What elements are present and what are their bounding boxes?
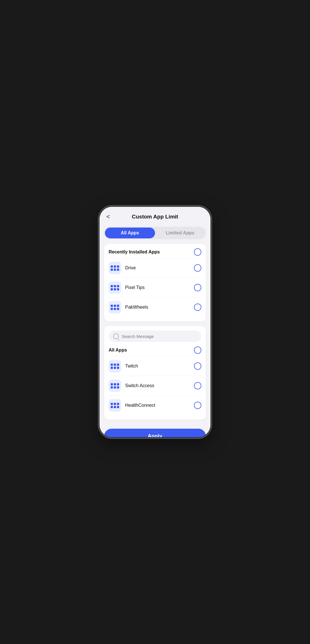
search-input[interactable]	[122, 334, 197, 339]
all-apps-title: All Apps	[109, 348, 127, 353]
apply-button[interactable]: Apply	[104, 429, 206, 437]
pixel-tips-app-icon	[109, 281, 121, 294]
page-title: Custom App Limit	[132, 214, 178, 220]
list-item: Switch Access	[109, 376, 201, 395]
pakwheels-app-icon	[109, 301, 121, 313]
all-apps-radio[interactable]	[194, 346, 201, 354]
search-bar	[109, 331, 201, 342]
app-name-pakwheels: PakWheels	[125, 305, 194, 310]
drive-radio[interactable]	[194, 264, 201, 272]
switch-access-app-icon	[109, 379, 121, 392]
header: < Custom App Limit	[100, 207, 210, 224]
twitch-radio[interactable]	[194, 362, 201, 370]
phone-screen: < Custom App Limit All Apps Limited Apps…	[100, 207, 210, 437]
dots-grid-icon	[111, 383, 119, 389]
dots-grid-icon	[111, 403, 119, 408]
app-name-drive: Drive	[125, 265, 194, 271]
dots-grid-icon	[111, 364, 119, 369]
app-name-pixel-tips: Pixel Tips	[125, 285, 194, 290]
dots-grid-icon	[111, 265, 119, 271]
recently-installed-radio[interactable]	[194, 248, 201, 256]
recently-installed-header: Recently Installed Apps	[109, 248, 201, 256]
list-item: Drive	[109, 258, 201, 278]
twitch-app-icon	[109, 360, 121, 372]
tab-switcher: All Apps Limited Apps	[104, 227, 206, 239]
tab-all-apps[interactable]: All Apps	[105, 228, 155, 238]
all-apps-header: All Apps	[109, 346, 201, 354]
search-icon	[113, 333, 119, 339]
dots-grid-icon	[111, 285, 119, 290]
app-name-twitch: Twitch	[125, 364, 194, 369]
pakwheels-radio[interactable]	[194, 304, 201, 311]
app-name-healthconnect: HealthConnect	[125, 403, 194, 408]
app-name-switch-access: Switch Access	[125, 383, 194, 388]
switch-access-radio[interactable]	[194, 382, 201, 389]
healthconnect-radio[interactable]	[194, 402, 201, 409]
tab-limited-apps[interactable]: Limited Apps	[155, 228, 205, 238]
recently-installed-title: Recently Installed Apps	[109, 249, 160, 255]
all-apps-section: All Apps Twitch	[104, 326, 206, 420]
phone-frame: < Custom App Limit All Apps Limited Apps…	[100, 207, 210, 437]
list-item: Pixel Tips	[109, 278, 201, 297]
drive-app-icon	[109, 262, 121, 274]
back-button[interactable]: <	[105, 212, 111, 221]
list-item: Twitch	[109, 356, 201, 376]
list-item: PakWheels	[109, 297, 201, 317]
healthconnect-app-icon	[109, 399, 121, 412]
pixel-tips-radio[interactable]	[194, 284, 201, 291]
recently-installed-section: Recently Installed Apps Drive	[104, 244, 206, 321]
list-item: HealthConnect	[109, 395, 201, 415]
dots-grid-icon	[111, 305, 119, 310]
apply-section: Apply	[100, 424, 210, 437]
